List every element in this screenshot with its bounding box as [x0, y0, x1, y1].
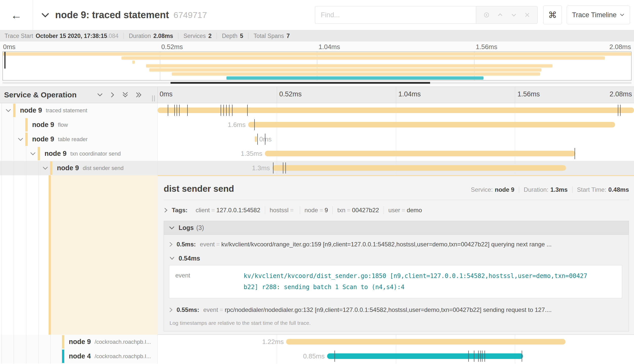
- service-color-bar: [13, 104, 15, 117]
- span-row: node 9dist sender send1.3ms: [0, 161, 634, 175]
- collapse-all-icon[interactable]: [122, 91, 129, 98]
- tags-row[interactable]: Tags: client=127.0.0.1:54582hostssl=node…: [164, 206, 629, 215]
- log-marker-tick: [575, 148, 575, 159]
- minimap-scrollbar-thumb[interactable]: [171, 82, 430, 84]
- indent-guide: [2, 118, 2, 132]
- log-marker-tick: [232, 105, 233, 116]
- span-grid-header: Service & Operation 0ms0.52ms1.04ms1.56m…: [0, 87, 634, 103]
- span-duration-bar[interactable]: [248, 122, 615, 127]
- tag-equals: =: [210, 207, 216, 213]
- indent-guide: [2, 146, 2, 161]
- span-collapse-chevron-icon[interactable]: [4, 109, 13, 113]
- service-value: node 9: [495, 186, 514, 193]
- span-row-name[interactable]: node 9flow: [0, 118, 158, 132]
- log-timestamp: 0.55ms:: [177, 306, 199, 313]
- minimap-scrollbar: [3, 82, 631, 84]
- indent-guide: [2, 161, 2, 175]
- span-row-name[interactable]: node 9txn coordinator send: [0, 146, 158, 161]
- span-duration-bar[interactable]: [255, 136, 257, 142]
- span-duration-label: 1.6ms: [228, 118, 246, 132]
- service-color-bar: [62, 350, 64, 363]
- timeline-tick-label: 0ms: [160, 90, 173, 98]
- collapse-trace-chevron-icon[interactable]: [41, 12, 50, 18]
- span-duration-bar[interactable]: [286, 339, 565, 345]
- minimap-span-bar: [3, 52, 631, 56]
- focus-match-icon[interactable]: [483, 12, 490, 18]
- operation-name: txn coordinator send: [70, 151, 121, 157]
- log-entry[interactable]: 0.55ms: event = rpc/nodedialer/nodediale…: [169, 302, 624, 318]
- tag-key: txn: [337, 207, 345, 213]
- minimap-axis: 0ms0.52ms1.04ms1.56ms2.08ms: [3, 43, 631, 51]
- span-collapse-chevron-icon[interactable]: [16, 137, 25, 141]
- log-event-value: kv/kvclient/kvcoord/dist_sender.go:1850 …: [244, 270, 590, 293]
- span-timeline-cell: [158, 103, 634, 118]
- timeline-gridline: [396, 132, 396, 146]
- log-marker-tick: [221, 105, 221, 116]
- indent-guide: [14, 175, 14, 335]
- timeline-gridline: [277, 87, 277, 103]
- tag-equals: =: [288, 207, 295, 213]
- span-detail-indent: [0, 175, 158, 335]
- log-marker-tick: [174, 105, 175, 116]
- log-marker-tick: [168, 105, 168, 116]
- span-row-name[interactable]: node 9/cockroach.roachpb.I...: [0, 335, 158, 349]
- log-entry[interactable]: 0.5ms: event = kv/kvclient/kvcoord/range…: [169, 236, 624, 252]
- find-input[interactable]: [315, 6, 476, 24]
- axis-tick-label: 0ms: [3, 43, 15, 51]
- collapse-one-icon[interactable]: [96, 92, 103, 97]
- minimap-span-bar: [172, 72, 540, 76]
- span-row-name[interactable]: node 9traced statement: [0, 103, 158, 118]
- span-row-name[interactable]: node 9dist sender send: [0, 161, 158, 175]
- minimap-canvas[interactable]: [3, 52, 631, 80]
- clear-search-icon[interactable]: [524, 12, 530, 18]
- span-color-accent-bar: [49, 175, 51, 335]
- tags-expand-chevron-icon[interactable]: [164, 207, 168, 213]
- back-button[interactable]: ←: [0, 0, 33, 30]
- keyboard-shortcuts-button[interactable]: ⌘: [543, 6, 562, 24]
- minimap-span-row: [3, 56, 631, 60]
- summary-item: Trace StartOctober 15 2020, 17:38:15.084: [5, 33, 118, 39]
- minimap-span-row: [3, 68, 631, 72]
- tag-item: node=9: [300, 206, 333, 214]
- log-entry-expanded-header[interactable]: 0.54ms: [169, 252, 624, 264]
- span-row-name-content: node 9/cockroach.roachpb.I...: [52, 335, 151, 349]
- indent-guide: [38, 335, 39, 349]
- log-marker-tick: [334, 351, 335, 362]
- minimap-span-bar: [146, 64, 553, 68]
- span-timeline-cell: 1.3ms: [158, 161, 634, 175]
- next-match-icon[interactable]: [511, 12, 517, 18]
- timeline-gridline: [515, 132, 515, 146]
- indent-guide: [2, 175, 2, 335]
- span-row-name-content: node 4/cockroach.roachpb.I...: [52, 349, 151, 363]
- log-marker-tick: [187, 105, 188, 116]
- log-field-value: kv/kvclient/kvcoord/range_iter.go:159 [n…: [221, 241, 552, 248]
- indent-guide: [26, 349, 26, 363]
- span-collapse-chevron-icon[interactable]: [40, 166, 50, 170]
- span-row-name[interactable]: node 9table reader: [0, 132, 158, 146]
- duration-value: 1.3ms: [551, 186, 568, 193]
- divider: [123, 33, 124, 39]
- logs-count: (3): [196, 224, 204, 231]
- operation-name: traced statement: [46, 107, 87, 114]
- expand-one-icon[interactable]: [110, 91, 115, 98]
- tag-value: demo: [407, 207, 422, 213]
- column-resizer-handle[interactable]: [152, 95, 155, 101]
- span-duration-bar[interactable]: [272, 165, 566, 171]
- logs-section: Logs (3) 0.5ms: event = kv/kvclient/kvco…: [164, 221, 629, 331]
- tag-key: hostssl: [270, 207, 289, 213]
- logs-header[interactable]: Logs (3): [164, 221, 629, 235]
- span-row-name-content: node 9table reader: [16, 132, 88, 146]
- trace-view-selector[interactable]: Trace Timeline: [567, 6, 630, 24]
- span-duration-bar[interactable]: [327, 353, 523, 359]
- span-row-name[interactable]: node 4/cockroach.roachpb.I...: [0, 349, 158, 363]
- indent-guide: [26, 146, 26, 161]
- prev-match-icon[interactable]: [497, 12, 503, 18]
- tag-item: hostssl=: [265, 206, 300, 214]
- divider: [178, 33, 178, 39]
- span-duration-bar[interactable]: [265, 151, 576, 156]
- expand-all-icon[interactable]: [135, 91, 142, 98]
- summary-item-label: Total Spans: [253, 33, 284, 39]
- span-collapse-chevron-icon[interactable]: [28, 152, 38, 156]
- viewport-drag-handle[interactable]: [4, 52, 6, 69]
- top-bar: ← node 9: traced statement 6749717 ⌘ Tra…: [0, 0, 634, 30]
